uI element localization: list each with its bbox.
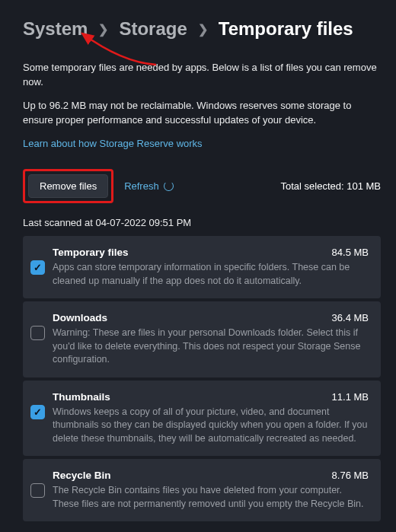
category-title: Downloads [53, 312, 107, 323]
total-selected: Total selected: 101 MB [280, 180, 381, 192]
remove-files-button[interactable]: Remove files [28, 174, 108, 198]
actions-row: Remove files Refresh Total selected: 101… [23, 169, 381, 203]
category-description: Apps can store temporary information in … [53, 261, 369, 288]
category-size: 8.76 MB [332, 470, 369, 481]
chevron-right-icon: ❯ [198, 22, 208, 37]
category-description: The Recycle Bin contains files you have … [53, 484, 369, 511]
intro-text-1: Some temporary files are needed by apps.… [23, 61, 381, 90]
refresh-icon [164, 181, 174, 191]
breadcrumb-system[interactable]: System [23, 18, 88, 40]
intro-text-2: Up to 96.2 MB may not be reclaimable. Wi… [23, 99, 381, 128]
category-size: 11.1 MB [332, 391, 369, 403]
category-checkbox[interactable] [30, 260, 45, 275]
file-category-item: Temporary files84.5 MBApps can store tem… [23, 236, 381, 298]
category-size: 36.4 MB [332, 312, 369, 323]
breadcrumb-storage[interactable]: Storage [119, 18, 187, 40]
refresh-label: Refresh [124, 180, 159, 192]
category-description: Warning: These are files in your persona… [53, 327, 369, 367]
category-checkbox[interactable] [30, 405, 45, 419]
annotation-highlight: Remove files [23, 169, 113, 203]
refresh-button[interactable]: Refresh [124, 180, 174, 192]
category-title: Thumbnails [53, 391, 110, 403]
storage-reserve-link[interactable]: Learn about how Storage Reserve works [23, 138, 203, 149]
file-category-item: Recycle Bin8.76 MBThe Recycle Bin contai… [23, 459, 381, 521]
file-category-item: Downloads36.4 MBWarning: These are files… [23, 301, 381, 377]
category-size: 84.5 MB [332, 247, 369, 258]
chevron-right-icon: ❯ [98, 22, 108, 37]
breadcrumb: System ❯ Storage ❯ Temporary files [23, 18, 381, 40]
category-title: Temporary files [53, 247, 129, 258]
file-category-item: Thumbnails11.1 MBWindows keeps a copy of… [23, 381, 381, 457]
category-checkbox[interactable] [30, 483, 45, 498]
category-title: Recycle Bin [53, 470, 111, 481]
last-scanned: Last scanned at 04-07-2022 09:51 PM [23, 217, 381, 228]
breadcrumb-current: Temporary files [219, 18, 353, 40]
category-description: Windows keeps a copy of all of your pict… [53, 406, 369, 446]
category-checkbox[interactable] [30, 326, 45, 340]
